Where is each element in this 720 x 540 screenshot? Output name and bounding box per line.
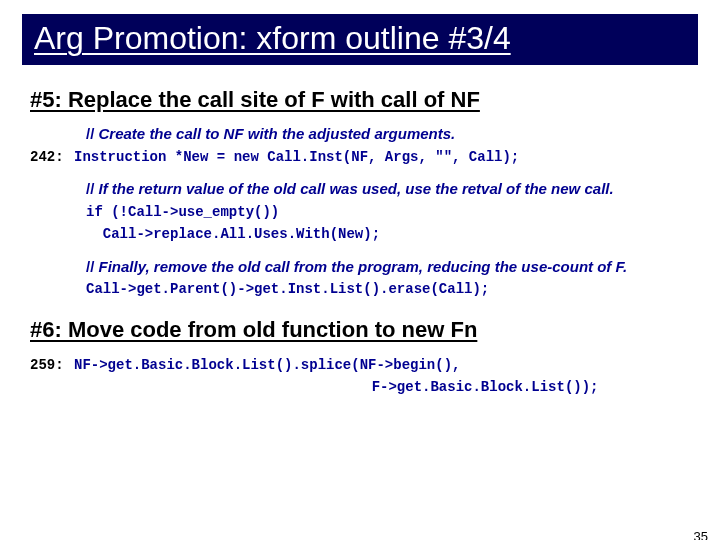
slide: Arg Promotion: xform outline #3/4 #5: Re… (0, 14, 720, 540)
code-line-replace: Call->replace.All.Uses.With(New); (30, 222, 690, 244)
code-text: Call->replace.All.Uses.With(New); (86, 226, 380, 242)
step5-heading: #5: Replace the call site of F with call… (30, 87, 690, 113)
comment-text: Finally, remove the old call from the pr… (99, 258, 628, 275)
step6-code-area: 259:NF->get.Basic.Block.List().splice(NF… (30, 353, 690, 397)
step5-code-area: // Create the call to NF with the adjust… (30, 123, 690, 299)
comment-prefix: // (86, 258, 99, 275)
comment-prefix: // (86, 180, 99, 197)
step6-heading: #6: Move code from old function to new F… (30, 317, 690, 343)
code-line-259-cont: F->get.Basic.Block.List()); (30, 375, 690, 397)
page-number: 35 (694, 529, 708, 540)
line-number: 242: (30, 148, 74, 167)
line-number: 259: (30, 356, 74, 375)
slide-body: #5: Replace the call site of F with call… (0, 65, 720, 397)
code-text: F->get.Basic.Block.List()); (86, 379, 598, 395)
comment-text: Create the call to NF with the adjusted … (99, 125, 456, 142)
comment-prefix: // (86, 125, 99, 142)
code-block-3: // Finally, remove the old call from the… (30, 256, 690, 299)
code-line-242: 242:Instruction *New = new Call.Inst(NF,… (30, 145, 690, 167)
code-line-erase: Call->get.Parent()->get.Inst.List().eras… (30, 277, 690, 299)
code-block-4: 259:NF->get.Basic.Block.List().splice(NF… (30, 353, 690, 397)
code-text: Call->get.Parent()->get.Inst.List().eras… (86, 281, 489, 297)
code-line-259: 259:NF->get.Basic.Block.List().splice(NF… (30, 353, 690, 375)
code-text: Instruction *New = new Call.Inst(NF, Arg… (74, 149, 519, 165)
comment-line: // Finally, remove the old call from the… (30, 256, 690, 278)
comment-line: // Create the call to NF with the adjust… (30, 123, 690, 145)
code-block-2: // If the return value of the old call w… (30, 178, 690, 243)
comment-text: If the return value of the old call was … (99, 180, 614, 197)
code-block-1: // Create the call to NF with the adjust… (30, 123, 690, 166)
slide-title: Arg Promotion: xform outline #3/4 (34, 20, 686, 57)
code-text: if (!Call->use_empty()) (86, 204, 279, 220)
comment-line: // If the return value of the old call w… (30, 178, 690, 200)
title-bar: Arg Promotion: xform outline #3/4 (22, 14, 698, 65)
code-text: NF->get.Basic.Block.List().splice(NF->be… (74, 357, 460, 373)
code-line-if: if (!Call->use_empty()) (30, 200, 690, 222)
